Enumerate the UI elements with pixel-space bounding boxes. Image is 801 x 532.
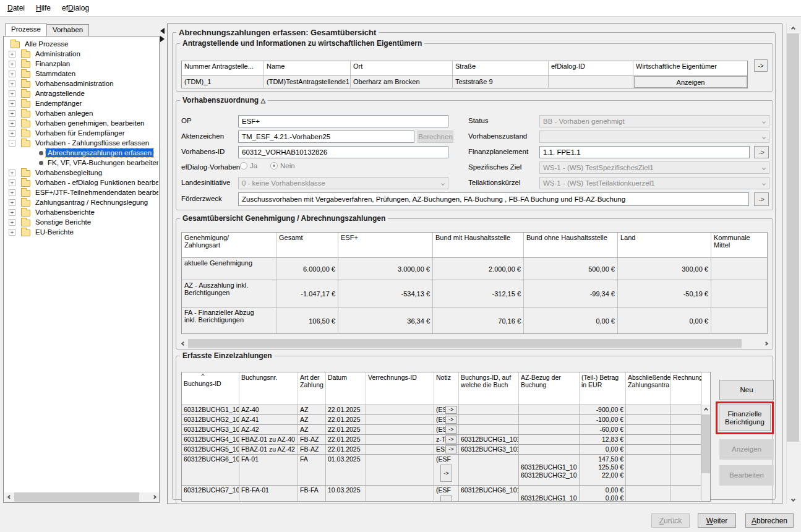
menu-item-datei[interactable]: Datei [2,1,30,15]
sidebar-horizontal-scrollbar[interactable] [4,492,159,502]
tree-item[interactable]: +Administration [4,49,158,59]
expand-icon[interactable]: + [9,229,15,236]
expand-icon[interactable]: + [9,219,15,226]
tree-item[interactable]: +Sonstige Berichte [4,217,158,227]
tree-item[interactable]: +Zahlungsantrag / Rechnungslegung [4,197,158,207]
amount-cell: 36,34 € [338,307,433,334]
expand-icon[interactable]: + [9,80,15,87]
scroll-left-icon[interactable] [4,492,14,502]
tree-item[interactable]: +Vorhabensadministration [4,79,158,88]
scroll-up-icon[interactable] [701,405,710,414]
overview-row[interactable]: aktuelle Genehmigung6.000,00 €3.000,00 €… [182,257,767,280]
notiz-goto-button[interactable]: -> [445,426,457,434]
op-field[interactable]: ESF+ [238,115,448,127]
column-header[interactable]: Buchungs-ID [182,372,239,405]
scroll-down-icon[interactable] [787,494,799,504]
notiz-goto-button[interactable]: -> [440,465,452,482]
collapse-left-icon[interactable] [160,28,165,34]
menu-item-efdialog[interactable]: efDialog [56,1,95,15]
scroll-right-icon[interactable] [761,339,771,348]
overview-horizontal-scrollbar[interactable] [178,339,771,348]
anzeigen-eigentuemer-button[interactable]: Anzeigen [634,76,747,88]
tree-item-label: Stammdaten [33,69,77,78]
tree-item[interactable]: +Antragstellende [4,88,158,98]
tree-item[interactable]: +Vorhabensberichte [4,207,158,217]
tree-item[interactable]: Abrechnungszahlungen erfassen [4,148,158,158]
expand-icon[interactable]: + [9,120,15,127]
payment-row[interactable]: 60312BUCHG3_1013AZ-42AZ22.01.2025(ESF->-… [182,424,701,434]
aktenzeichen-field[interactable]: TM_ESF_4.21.-Vorhaben25 [238,131,414,143]
scroll-thumb[interactable] [14,492,139,502]
finanzielle-berichtigung-button[interactable]: Finanzielle Berichtigung [719,405,771,431]
folder-icon [21,170,30,177]
splitter-handle[interactable] [160,27,166,45]
finanzplanelement-field[interactable]: 1.1. FPE1.1 [539,146,750,158]
tree-item[interactable]: +Vorhaben für Endempfänger [4,128,158,138]
expand-icon[interactable]: + [9,51,15,58]
notiz-goto-button[interactable]: -> [445,435,457,444]
vorhabens-id-field[interactable]: 60312_VORHAB10132826 [238,146,448,158]
tree-item[interactable]: Alle Prozesse [4,39,158,49]
expand-icon[interactable]: + [9,100,15,107]
notiz-goto-button[interactable]: -> [445,445,457,453]
tree-item[interactable]: +Endempfänger [4,98,158,108]
tree-item[interactable]: +Vorhaben genehmigen, bearbeiten [4,118,158,128]
expand-icon[interactable]: + [9,110,15,117]
applicants-data-row[interactable]: (TDM)_1(TDM)TestAntragstellende1Oberharz… [182,75,747,88]
scroll-left-icon[interactable] [178,339,188,348]
neu-button[interactable]: Neu [719,380,774,400]
payment-row[interactable]: 60312BUCHG5_1013FBAZ-01 zu AZ-42FB-AZ22.… [182,444,701,454]
amount-cell: 106,50 € [276,307,338,334]
tree-item[interactable]: +EU-Berichte [4,227,158,237]
payments-vertical-scrollbar[interactable] [701,405,710,501]
payment-row[interactable]: 60312BUCHG1_1013AZ-40AZ22.01.2025(ESF->-… [182,405,701,414]
column-header: ESF+ [338,233,433,257]
overview-row[interactable]: FA - Finanzieller Abzug inkl. Berichtigu… [182,307,767,334]
abbrechen-button[interactable]: Abbrechen [745,513,794,528]
expand-icon[interactable]: + [9,169,15,176]
collapse-right-icon[interactable] [160,36,165,42]
scroll-thumb[interactable] [701,414,710,473]
vorhabenszustand-label: Vorhabenszustand [468,131,527,140]
tree-item[interactable]: -Vorhaben - Zahlungsflüsse erfassen [4,138,158,148]
tab-prozesse[interactable]: Prozesse [5,24,47,36]
tree-item[interactable]: +ESF+/JTF-Teilnehmendendaten bearbeiten [4,187,158,197]
tree-item-label: EU-Berichte [33,228,75,236]
tree-item[interactable]: +Vorhabensbegleitung [4,168,158,178]
foerderzweck-field[interactable]: Zuschussvorhaben mit Vergabeverfahren, P… [238,192,749,206]
expand-icon[interactable]: + [9,179,15,186]
collapse-icon[interactable]: - [9,140,15,147]
payment-row[interactable]: 60312BUCHG2_1013AZ-41AZ22.01.2025(ESF->-… [182,414,701,424]
notiz-goto-button[interactable]: -> [440,496,452,502]
foerderzweck-goto-button[interactable]: -> [754,192,769,206]
scroll-right-icon[interactable] [149,492,159,502]
spezifisches-ziel-label: Spezifisches Ziel [468,161,521,171]
overview-row[interactable]: AZ - Auszahlung inkl. Berichtigungen-1.0… [182,280,767,307]
expand-icon[interactable]: + [9,209,15,216]
expand-icon[interactable]: + [9,189,15,196]
notiz-goto-button[interactable]: -> [445,416,457,424]
expand-icon[interactable]: + [9,90,15,97]
notiz-goto-button[interactable]: -> [445,406,457,414]
scroll-up-icon[interactable] [787,24,799,33]
scroll-thumb[interactable] [787,33,799,442]
expand-icon[interactable]: + [9,199,15,206]
main-vertical-scrollbar[interactable] [786,24,799,504]
weiter-button[interactable]: Weiter [698,513,736,528]
payment-row[interactable]: 60312BUCHG7_1013FB-FA-01FB-FA10.03.2025(… [182,485,701,502]
menu-item-hilfe[interactable]: Hilfe [30,1,56,15]
tree-item[interactable]: FK, VF, VFA-Buchungen bearbeiten [4,158,158,168]
scroll-thumb[interactable] [188,339,742,348]
expand-icon[interactable]: + [9,61,15,67]
finanzplanelement-goto-button[interactable]: -> [754,146,769,158]
applicants-goto-button[interactable]: -> [754,59,768,72]
expand-icon[interactable]: + [9,130,15,137]
tree-item[interactable]: +Vorhaben - efDialog Funktionen bearbeit… [4,178,158,187]
payment-row[interactable]: 60312BUCHG4_1013FBAZ-01 zu AZ-40FB-AZ22.… [182,434,701,444]
tree-item[interactable]: +Vorhaben anlegen [4,108,158,118]
expand-icon[interactable]: + [9,71,15,77]
tab-vorhaben[interactable]: Vorhaben [46,24,89,36]
tree-item[interactable]: +Finanzplan [4,59,158,69]
payment-row[interactable]: 60312BUCHG6_1013FA-01FA01.03.2025(ESF-> … [182,454,701,485]
tree-item[interactable]: +Stammdaten [4,69,158,79]
